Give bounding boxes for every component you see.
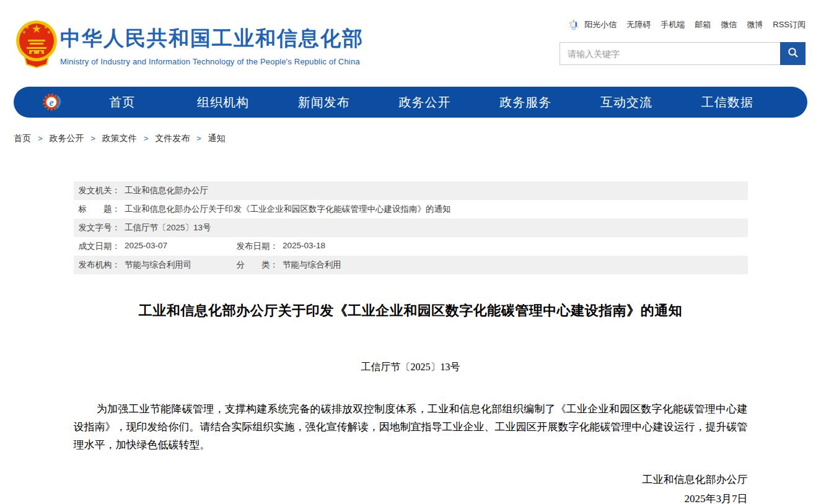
nav-item-home[interactable]: 首页 (72, 94, 173, 111)
meta-value: 工业和信息化部办公厅 (125, 185, 208, 196)
meta-value: 2025-03-18 (283, 241, 325, 252)
national-emblem-icon (15, 19, 58, 68)
quick-link-sunshine-xiaoxin[interactable]: 阳光小信 (584, 19, 617, 30)
miit-logo-icon: e (41, 91, 63, 113)
breadcrumb-item-document-release[interactable]: 文件发布 (155, 133, 190, 143)
meta-label: 标 题： (79, 204, 121, 215)
meta-row-doc-number: 发文字号： 工信厅节〔2025〕13号 (74, 219, 748, 237)
signature-date: 2025年3月7日 (74, 489, 748, 504)
meta-value: 2025-03-07 (125, 241, 167, 252)
meta-label: 发文字号： (79, 222, 121, 233)
site-title: 中华人民共和国工业和信息化部 (60, 25, 364, 53)
meta-row-dates: 成文日期： 2025-03-07 发布日期： 2025-03-18 (74, 237, 748, 256)
nav-item-organization[interactable]: 组织机构 (173, 94, 274, 111)
breadcrumb-item-home[interactable]: 首页 (14, 133, 31, 143)
article-paragraph: 为加强工业节能降碳管理，支撑构建系统完备的碳排放双控制度体系，工业和信息化部组织… (74, 400, 748, 454)
meta-table: 发文机关： 工业和信息化部办公厅 标 题： 工业和信息化部办公厅关于印发《工业企… (74, 181, 748, 274)
nav-item-miit-data[interactable]: 工信数据 (677, 94, 778, 111)
breadcrumb-separator: > (38, 134, 43, 143)
main-nav: e 首页 组织机构 新闻发布 政务公开 政务服务 互动交流 工信数据 (14, 87, 807, 118)
breadcrumb-item-policy-documents[interactable]: 政策文件 (102, 133, 137, 143)
breadcrumb-item-gov-affairs[interactable]: 政务公开 (49, 133, 84, 143)
nav-item-gov-affairs[interactable]: 政务公开 (374, 94, 475, 111)
page: 中华人民共和国工业和信息化部 Ministry of Industry and … (0, 0, 821, 504)
breadcrumb-item-notice[interactable]: 通知 (208, 133, 226, 143)
signature-org: 工业和信息化部办公厅 (74, 470, 748, 489)
quick-link-weibo[interactable]: 微博 (747, 19, 763, 30)
meta-label: 成文日期： (79, 241, 121, 252)
site-header: 中华人民共和国工业和信息化部 Ministry of Industry and … (0, 0, 821, 78)
breadcrumb-separator: > (196, 134, 201, 143)
quick-link-rss[interactable]: RSS订阅 (773, 19, 806, 30)
article-title: 工业和信息化部办公厅关于印发《工业企业和园区数字化能碳管理中心建设指南》的通知 (74, 302, 748, 320)
signature-block: 工业和信息化部办公厅 2025年3月7日 (74, 470, 748, 504)
robot-mascot-icon[interactable] (568, 19, 579, 30)
article-doc-number: 工信厅节〔2025〕13号 (74, 361, 748, 374)
meta-row-title: 标 题： 工业和信息化部办公厅关于印发《工业企业和园区数字化能碳管理中心建设指南… (74, 200, 748, 219)
nav-item-interaction[interactable]: 互动交流 (576, 94, 677, 111)
site-title-block: 中华人民共和国工业和信息化部 Ministry of Industry and … (60, 25, 364, 66)
meta-row-issuer: 发文机关： 工业和信息化部办公厅 (74, 181, 748, 200)
document-area: 发文机关： 工业和信息化部办公厅 标 题： 工业和信息化部办公厅关于印发《工业企… (74, 181, 748, 504)
search-bar (560, 42, 806, 65)
breadcrumb: 首页 > 政务公开 > 政策文件 > 文件发布 > 通知 (14, 133, 821, 144)
breadcrumb-separator: > (144, 134, 149, 143)
meta-label: 发布日期： (237, 241, 279, 252)
nav-item-news[interactable]: 新闻发布 (273, 94, 374, 111)
quick-link-wechat[interactable]: 微信 (721, 19, 737, 30)
breadcrumb-separator: > (90, 134, 95, 143)
site-subtitle: Ministry of Industry and Information Tec… (60, 57, 364, 66)
meta-label: 分 类： (237, 259, 279, 271)
meta-label: 发文机关： (79, 185, 121, 196)
meta-label: 发布机构： (79, 259, 121, 271)
svg-text:e: e (49, 97, 53, 108)
meta-value: 节能与综合利用 (283, 259, 341, 271)
search-input[interactable] (560, 43, 780, 64)
search-button[interactable] (780, 42, 806, 65)
search-icon (788, 47, 799, 60)
quick-link-accessibility[interactable]: 无障碍 (626, 19, 651, 30)
meta-row-agency-category: 发布机构： 节能与综合利用司 分 类： 节能与综合利用 (74, 256, 748, 274)
nav-item-gov-services[interactable]: 政务服务 (475, 94, 576, 111)
quick-links: 阳光小信 无障碍 手机端 邮箱 微信 微博 RSS订阅 (568, 19, 806, 30)
meta-value: 工信厅节〔2025〕13号 (125, 222, 211, 233)
quick-link-mail[interactable]: 邮箱 (695, 19, 711, 30)
meta-value: 工业和信息化部办公厅关于印发《工业企业和园区数字化能碳管理中心建设指南》的通知 (125, 204, 451, 215)
meta-value: 节能与综合利用司 (125, 259, 191, 271)
quick-link-mobile[interactable]: 手机端 (661, 19, 685, 30)
